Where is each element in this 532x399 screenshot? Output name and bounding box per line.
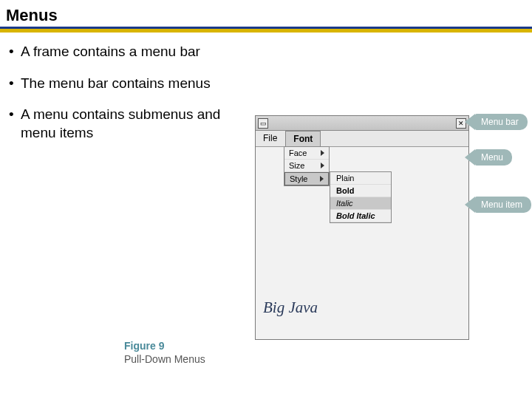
figure-title: Pull-Down Menus bbox=[124, 353, 205, 365]
chevron-right-icon bbox=[320, 176, 324, 182]
menu-diagram: ▭ ✕ File Font Big Java Face Size Style P… bbox=[255, 115, 528, 340]
menu-item-label: Face bbox=[289, 149, 307, 157]
callout-label: Menu bar bbox=[475, 114, 528, 130]
figure-number: Figure 9 bbox=[124, 340, 205, 352]
submenu-face[interactable]: Face bbox=[284, 147, 329, 160]
menu-item-label: Size bbox=[289, 161, 304, 170]
callout-label: Menu bbox=[475, 149, 512, 166]
window-system-icon[interactable]: ▭ bbox=[258, 118, 268, 129]
figure-caption: Figure 9 Pull-Down Menus bbox=[124, 340, 205, 365]
menu-item-label: Style bbox=[290, 174, 307, 183]
style-italic[interactable]: Italic bbox=[330, 197, 391, 210]
chevron-right-icon bbox=[321, 163, 324, 168]
menu-font[interactable]: Font bbox=[285, 131, 321, 146]
style-plain[interactable]: Plain bbox=[330, 172, 391, 185]
accent-bar bbox=[0, 29, 532, 33]
callout-label: Menu item bbox=[475, 197, 531, 213]
chevron-right-icon bbox=[321, 150, 324, 156]
bullet-item: A frame contains a menu bar bbox=[9, 43, 253, 61]
slide-title: Menus bbox=[0, 0, 532, 29]
callout-menubar: Menu bar bbox=[475, 114, 528, 130]
style-bold[interactable]: Bold bbox=[330, 185, 391, 197]
callout-menuitem: Menu item bbox=[475, 197, 531, 213]
submenu-size[interactable]: Size bbox=[284, 160, 329, 172]
submenu-style[interactable]: Style bbox=[284, 172, 329, 185]
sample-text: Big Java bbox=[263, 299, 318, 317]
menubar: File Font bbox=[256, 131, 468, 147]
bullet-item: The menu bar contains menus bbox=[9, 75, 253, 93]
titlebar: ▭ ✕ bbox=[256, 116, 468, 131]
bullet-item: A menu contains submenus and menu items bbox=[9, 106, 253, 142]
callout-menu: Menu bbox=[475, 149, 512, 166]
style-bold-italic[interactable]: Bold Italic bbox=[330, 210, 391, 222]
menu-file[interactable]: File bbox=[256, 131, 285, 146]
style-submenu: Plain Bold Italic Bold Italic bbox=[330, 171, 392, 223]
font-submenu: Face Size Style bbox=[284, 146, 330, 186]
